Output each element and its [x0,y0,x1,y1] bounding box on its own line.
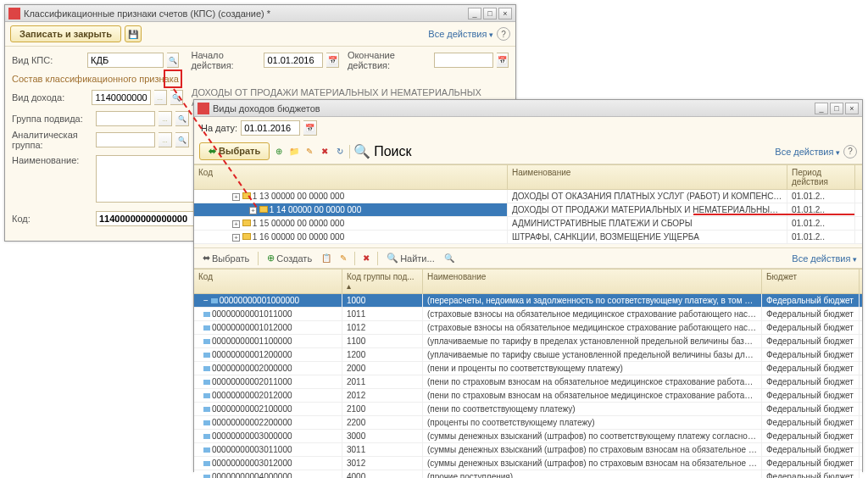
titlebar-kps[interactable]: Классификационные признаки счетов (КПС) … [5,5,515,22]
calendar-icon[interactable]: 📅 [303,120,317,136]
table-row[interactable]: − 000000000010000001000(перерасчеты, нед… [194,294,862,308]
label-analit: Аналитическая группа: [12,130,92,150]
table-row[interactable]: 000000000021000002100(пени по соответств… [194,403,862,416]
select-button[interactable]: ... [159,132,172,147]
table-row[interactable]: 000000000030110003011(суммы денежных взы… [194,443,862,457]
section-sostav: Состав классификационного признака [12,74,509,84]
table-row[interactable]: 000000000011000001100(уплачиваемые по та… [194,335,862,348]
input-vid-dohoda[interactable] [92,90,151,105]
add-icon[interactable]: ⊕ [273,146,285,158]
vybrat2-button[interactable]: ⬌ Выбрать [199,251,253,265]
close-button[interactable]: × [498,8,512,19]
select-button[interactable]: ... [154,90,167,105]
table-row[interactable]: 000000000012000001200(уплачиваемые по та… [194,348,862,362]
col-budget[interactable]: Бюджет [762,270,860,293]
lookup-icon[interactable]: 🔍 [175,132,189,147]
calendar-icon[interactable]: 📅 [326,53,338,68]
poisk-label[interactable]: Поиск [374,144,411,159]
grid-codes: Код Код группы под... ▴ Наименование Бюд… [194,269,862,478]
maximize-button[interactable]: □ [483,8,497,19]
table-row[interactable]: 000000000030120003012(суммы денежных взы… [194,457,862,470]
minimize-button[interactable]: _ [815,103,828,114]
all-actions-link[interactable]: Все действия [775,147,840,157]
window-title: Классификационные признаки счетов (КПС) … [24,8,468,19]
table-row[interactable]: 000000000010110001011(страховые взносы н… [194,308,862,321]
table-row[interactable]: + 1 15 00000 00 0000 000АДМИНИСТРАТИВНЫЕ… [194,217,862,231]
label-naim: Наименование: [12,155,92,165]
col-naim[interactable]: Наименование [423,270,762,293]
col-grp[interactable]: Код группы под... ▴ [342,270,423,293]
minimize-button[interactable]: _ [468,8,481,19]
input-na-datu[interactable] [241,120,300,136]
delete-icon[interactable]: ✖ [360,253,372,264]
close-button[interactable]: × [845,103,859,114]
refresh-icon[interactable]: ↻ [334,146,346,158]
window-icon [8,8,20,19]
toolbar-kps: Записать и закрыть 💾 Все действия ? [5,22,515,47]
help-icon[interactable]: ? [843,145,857,158]
all-actions-link[interactable]: Все действия [428,29,493,39]
label-nachalo: Начало действия: [191,50,260,70]
label-gruppa: Группа подвида: [12,114,92,124]
save-icon-button[interactable]: 💾 [125,25,142,42]
label-kod: Код: [12,214,92,224]
input-nachalo[interactable] [264,53,323,68]
table-row[interactable]: 000000000040000004000(прочие поступления… [194,470,862,478]
add-folder-icon[interactable]: 📁 [288,146,300,158]
sozdat-button[interactable]: ⊕Создать [264,251,315,265]
all-actions-link[interactable]: Все действия [792,253,857,264]
table-row[interactable]: 000000000010120001012(страховые взносы н… [194,321,862,335]
col-kod[interactable]: Код [194,270,342,293]
lookup-icon[interactable]: 🔍 [175,111,189,126]
input-okonchanie[interactable] [434,53,493,68]
table-row[interactable]: + 1 13 00000 00 0000 000ДОХОДЫ ОТ ОКАЗАН… [194,190,862,203]
search-icon[interactable]: 🔍 [353,143,370,159]
input-analit[interactable] [96,132,155,147]
copy-icon[interactable]: 📋 [320,253,332,264]
delete-icon[interactable]: ✖ [319,146,331,158]
help-icon[interactable]: ? [497,27,510,41]
label-na-datu: На дату: [201,123,237,133]
col-naim[interactable]: Наименование [508,165,787,189]
label-vid-kps: Вид КПС: [12,55,84,65]
filter-clear-icon[interactable]: 🔍 [443,253,455,264]
vybrat-button[interactable]: ⬌ Выбрать [199,142,270,160]
lookup-icon[interactable]: 🔍 [167,53,179,68]
titlebar-vidy[interactable]: Виды доходов бюджетов _ □ × [194,100,862,117]
edit-icon[interactable]: ✎ [303,146,315,158]
table-row[interactable]: 000000000020120002012(пени по страховым … [194,389,862,403]
input-gruppa[interactable] [96,111,155,126]
naiti-button[interactable]: 🔍Найти... [383,251,438,265]
save-close-button[interactable]: Записать и закрыть [10,25,121,42]
underline-selected-naim [693,214,854,215]
window-title: Виды доходов бюджетов [213,103,815,114]
table-row[interactable]: + 1 16 00000 00 0000 000ШТРАФЫ, САНКЦИИ,… [194,231,862,244]
input-kod[interactable] [96,211,198,226]
label-okonchanie: Окончание действия: [348,50,431,70]
toolbar-lower: ⬌ Выбрать ⊕Создать 📋 ✎ ✖ 🔍Найти... 🔍 Все… [194,247,862,269]
calendar-icon[interactable]: 📅 [497,53,509,68]
select-button[interactable]: ... [159,111,172,126]
window-vidy-dohodov: Виды доходов бюджетов _ □ × На дату: 📅 ⬌… [193,99,863,472]
table-row[interactable]: 000000000022000002200(проценты по соотве… [194,416,862,430]
highlight-select-button [164,69,182,88]
table-row[interactable]: 000000000020110002011(пени по страховым … [194,375,862,389]
edit-icon[interactable]: ✎ [337,253,349,264]
grid-income-types: Код Наименование Период действия + 1 13 … [194,164,862,244]
label-vid-dohoda: Вид дохода: [12,92,88,103]
table-row[interactable]: 000000000030000003000(суммы денежных взы… [194,430,862,443]
maximize-button[interactable]: □ [830,103,843,114]
toolbar-vidy: ⬌ Выбрать ⊕ 📁 ✎ ✖ ↻ 🔍 Поиск Все действия… [194,139,862,164]
col-period[interactable]: Период действия [787,165,855,189]
input-vid-kps[interactable] [87,53,164,68]
window-icon [198,103,209,114]
table-row[interactable]: 000000000020000002000(пени и проценты по… [194,362,862,375]
